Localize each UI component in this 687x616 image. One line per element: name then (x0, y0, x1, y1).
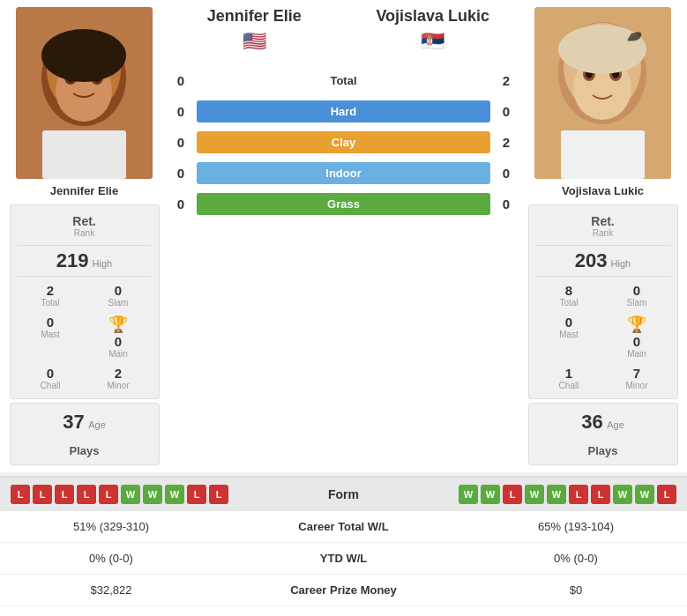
left-indoor-score: 0 (165, 166, 197, 181)
career-stats-section: 51% (329-310)Career Total W/L65% (193-10… (0, 511, 687, 616)
form-badge-w: W (121, 485, 140, 504)
right-age-row: 36 Age (581, 411, 624, 434)
right-total-val: 8 (565, 283, 572, 298)
left-player-photo (16, 7, 153, 179)
left-mast-lbl: Mast (41, 330, 60, 339)
right-high-label: High (611, 258, 631, 269)
left-chall-val: 0 (47, 366, 54, 381)
right-player-name: Vojislava Lukic (562, 184, 644, 197)
right-minor-lbl: Minor (625, 381, 647, 390)
svg-rect-9 (42, 130, 126, 179)
right-mast-lbl: Mast (559, 330, 579, 339)
right-total-score: 2 (490, 73, 522, 88)
form-badge-w: W (525, 485, 544, 504)
left-total-val: 2 (47, 283, 54, 298)
left-mast-stat: 0 Mast (18, 312, 84, 361)
form-badge-l: L (77, 485, 96, 504)
right-slam-lbl: Slam (627, 298, 647, 308)
left-total-score: 0 (165, 73, 197, 88)
right-main-val: 0 (633, 334, 640, 349)
left-main-lbl: Main (108, 349, 128, 359)
score-row-total: 0 Total 2 (165, 65, 522, 96)
right-stats-block: Ret. Rank 203 High 8 Total 0 (528, 204, 678, 399)
clay-badge: Clay (197, 131, 490, 153)
right-player-photo (534, 7, 671, 179)
left-stats-grid: 2 Total 0 Slam 0 Mast 🏆 0 Main (18, 280, 152, 361)
form-badge-w: W (635, 485, 654, 504)
left-clay-score: 0 (165, 135, 197, 150)
right-ret-item: Ret. Rank (591, 214, 614, 238)
right-rank-label: Rank (593, 228, 613, 238)
center-right-player-name: Vojislava Lukic (344, 7, 523, 26)
left-minor-lbl: Minor (107, 381, 129, 390)
hard-badge: Hard (197, 100, 490, 122)
left-main-val: 0 (115, 334, 122, 349)
form-section: LLLLLWWWLL Form WWLWWLLWWL (0, 476, 687, 511)
svg-point-18 (558, 25, 646, 74)
left-slam-lbl: Slam (108, 298, 129, 308)
right-main-lbl: Main (627, 349, 646, 359)
right-clay-score: 2 (490, 135, 522, 150)
career-stat-left: $32,822 (14, 583, 208, 597)
right-divider (536, 245, 670, 246)
left-player-column: Jennifer Elie Ret. Rank 219 High (7, 7, 161, 465)
score-row-clay: 0 Clay 2 (165, 127, 522, 158)
left-age-val: 37 (63, 411, 84, 433)
left-age-plays: 37 Age Plays (10, 403, 160, 465)
career-stat-right: $0 (479, 583, 673, 597)
right-indoor-score: 0 (490, 166, 522, 181)
career-stat-left: 0% (0-0) (14, 552, 208, 565)
left-ret-rank: Ret. Rank (18, 211, 152, 241)
career-stat-right: 65% (193-104) (479, 520, 673, 533)
form-badge-l: L (11, 485, 30, 504)
right-high-row: 203 High (536, 249, 670, 272)
center-left-flag: 🇺🇸 (165, 30, 344, 53)
total-badge: Total (197, 70, 490, 92)
left-trophy-stat: 🏆 0 Main (86, 312, 152, 361)
career-stat-row: 0YTD Titles0 (0, 606, 687, 616)
left-rank-label: Rank (74, 228, 94, 238)
right-mast-stat: 0 Mast (536, 312, 602, 361)
left-total-stat: 2 Total (18, 280, 84, 310)
form-badge-l: L (591, 485, 610, 504)
career-stat-label: Career Total W/L (208, 520, 479, 533)
right-hard-score: 0 (490, 104, 522, 119)
left-slam-val: 0 (115, 283, 122, 298)
left-plays-label: Plays (70, 444, 100, 457)
left-ret-item: Ret. Rank (72, 214, 95, 238)
right-chall-stat: 1 Chall (536, 363, 602, 393)
right-chall-val: 1 (565, 366, 572, 381)
career-stat-label: YTD W/L (208, 552, 479, 565)
left-age-row: 37 Age (63, 411, 106, 434)
career-stat-left: 51% (329-310) (14, 520, 208, 533)
form-badge-w: W (143, 485, 162, 504)
main-container: Jennifer Elie Ret. Rank 219 High (0, 0, 687, 616)
left-high-label: High (93, 258, 113, 269)
career-stat-row: $32,822Career Prize Money$0 (0, 575, 687, 606)
right-trophy-icon: 🏆 (627, 315, 646, 334)
center-right-name-area: Vojislava Lukic 🇷🇸 (344, 7, 523, 60)
players-layout: Jennifer Elie Ret. Rank 219 High (0, 0, 687, 472)
left-chall-minor: 0 Chall 2 Minor (18, 363, 152, 393)
left-minor-stat: 2 Minor (86, 363, 152, 393)
svg-point-8 (41, 29, 126, 82)
form-badge-l: L (55, 485, 74, 504)
center-column: Jennifer Elie 🇺🇸 Vojislava Lukic 🇷🇸 0 To… (161, 7, 526, 465)
left-grass-score: 0 (165, 197, 197, 212)
score-row-hard: 0 Hard 0 (165, 96, 522, 127)
left-mast-val: 0 (47, 315, 54, 330)
grass-badge: Grass (197, 193, 490, 215)
career-stat-right: 0% (0-0) (479, 552, 673, 565)
right-high-num: 203 (575, 249, 608, 272)
left-minor-val: 2 (115, 366, 122, 381)
left-stats-block: Ret. Rank 219 High 2 Total 0 (10, 204, 160, 399)
right-divider2 (536, 276, 670, 277)
indoor-badge: Indoor (197, 162, 490, 184)
right-slam-val: 0 (633, 283, 640, 298)
form-badge-l: L (187, 485, 206, 504)
right-total-lbl: Total (559, 298, 578, 308)
left-high-num: 219 (56, 249, 89, 272)
left-divider (18, 245, 152, 246)
form-badge-l: L (569, 485, 588, 504)
form-badge-l: L (657, 485, 676, 504)
